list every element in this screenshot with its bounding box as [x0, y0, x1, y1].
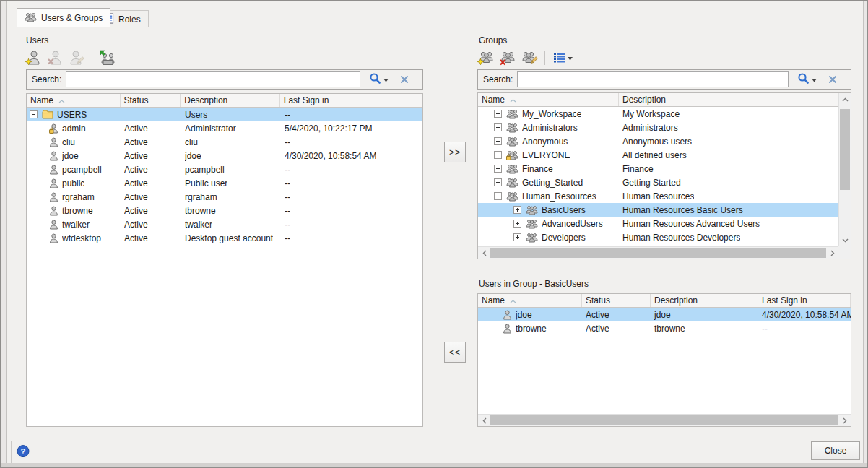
table-row[interactable]: Getting_StartedGetting Started	[478, 176, 838, 189]
table-row[interactable]: EVERYONEAll defined users	[478, 148, 838, 162]
table-row[interactable]: rgrahamActivergraham--	[27, 190, 422, 204]
edit-user-button[interactable]	[66, 49, 87, 66]
cell-text: Desktop guest account	[185, 233, 273, 243]
scroll-down-arrow[interactable]	[839, 234, 851, 246]
table-row[interactable]: BasicUsersHuman Resources Basic Users	[478, 203, 838, 217]
cell-text: Active	[124, 124, 148, 134]
import-users-button[interactable]	[97, 49, 118, 66]
add-user-button[interactable]	[22, 49, 44, 66]
column-header[interactable]: Description	[181, 94, 280, 107]
table-row[interactable]: DevelopersHuman Resources Developers	[478, 230, 838, 244]
help-button[interactable]: ?	[11, 441, 35, 464]
user-icon	[49, 220, 58, 230]
table-row[interactable]: Human_ResourcesHuman Resources	[478, 189, 838, 203]
expand-toggle[interactable]	[513, 233, 521, 241]
expand-toggle[interactable]	[494, 165, 502, 173]
groups-search-bar: Search:	[477, 69, 851, 90]
svg-text:?: ?	[20, 446, 25, 455]
groups-toolbar	[475, 49, 577, 66]
scroll-left-arrow[interactable]	[478, 247, 490, 259]
scroll-thumb[interactable]	[490, 248, 826, 258]
table-row[interactable]: tbrowneActivetbrowne--	[478, 321, 851, 335]
table-row[interactable]: tbrowneActivetbrowne--	[27, 204, 422, 217]
column-header[interactable]: Last Sign in	[280, 94, 381, 107]
cell-text: Active	[124, 206, 148, 216]
toolbar-separator	[544, 51, 545, 65]
table-row[interactable]: jdoeActivejdoe4/30/2020, 10:58:54 AM	[478, 308, 851, 321]
cell-text: jdoe	[654, 310, 671, 320]
table-row[interactable]: USERSUsers--	[27, 108, 422, 121]
user-icon	[49, 178, 58, 188]
table-row[interactable]: AdministratorsAdministrators	[478, 121, 838, 134]
cell-text: public	[62, 178, 84, 188]
expand-toggle[interactable]	[494, 124, 502, 131]
remove-from-group-button[interactable]: <<	[444, 342, 466, 363]
expand-toggle[interactable]	[513, 206, 521, 214]
group-users-horizontal-scrollbar[interactable]	[478, 414, 851, 426]
table-row[interactable]: AdvancedUsersHuman Resources Advanced Us…	[478, 217, 838, 230]
groups-search-input[interactable]	[517, 72, 789, 87]
column-header[interactable]: Description	[619, 93, 838, 106]
cell-text: BasicUsers	[542, 205, 586, 215]
column-header[interactable]: Name	[27, 94, 121, 107]
cell-text: Active	[124, 220, 148, 230]
users-search-input[interactable]	[66, 72, 360, 87]
column-header[interactable]: Last Sign in	[758, 294, 851, 307]
table-row[interactable]: adminActiveAdministrator5/4/2020, 10:22:…	[27, 121, 422, 135]
collapse-toggle[interactable]	[494, 192, 502, 200]
view-menu-caret	[568, 53, 573, 63]
table-row[interactable]: My_WorkspaceMy Workspace	[478, 107, 838, 121]
expand-toggle[interactable]	[494, 110, 502, 118]
column-header[interactable]	[381, 94, 422, 107]
groups-horizontal-scrollbar[interactable]	[478, 246, 838, 259]
expand-toggle[interactable]	[513, 220, 521, 228]
column-header[interactable]: Status	[121, 94, 181, 107]
table-row[interactable]: FinanceFinance	[478, 162, 838, 176]
cell-text: tbrowne	[185, 206, 216, 216]
view-menu-button[interactable]	[550, 49, 577, 66]
users-panel-title: Users	[26, 35, 48, 46]
scroll-right-arrow[interactable]	[826, 247, 838, 259]
search-options-caret[interactable]	[383, 74, 389, 84]
clear-search-icon[interactable]	[828, 75, 837, 84]
expand-toggle[interactable]	[494, 151, 502, 159]
scroll-thumb[interactable]	[840, 109, 850, 190]
scroll-thumb[interactable]	[490, 415, 838, 425]
scroll-right-arrow[interactable]	[838, 415, 851, 427]
table-row[interactable]: jdoeActivejdoe4/30/2020, 10:58:54 AM	[27, 149, 422, 162]
scroll-up-arrow[interactable]	[839, 93, 851, 105]
cell-text: --	[285, 137, 290, 147]
close-button[interactable]: Close	[811, 441, 860, 460]
table-row[interactable]: twalkerActivetwalker--	[27, 217, 422, 231]
table-row[interactable]: pcampbellActivepcampbell--	[27, 162, 422, 176]
search-options-caret[interactable]	[812, 74, 817, 84]
table-row[interactable]: publicActivePublic user--	[27, 176, 422, 190]
search-icon[interactable]	[369, 72, 381, 87]
cell-text: pcampbell	[62, 165, 102, 175]
column-header[interactable]: Name	[478, 93, 619, 106]
column-header[interactable]: Description	[651, 294, 758, 307]
cell-text: USERS	[57, 110, 87, 120]
column-header[interactable]: Status	[582, 294, 651, 307]
collapse-toggle[interactable]	[30, 110, 38, 118]
tab-users-and-groups[interactable]: Users & Groups	[17, 8, 110, 27]
delete-user-button[interactable]	[44, 49, 66, 66]
cell-text: Human Resources Developers	[622, 233, 740, 243]
cell-text: 4/30/2020, 10:58:54 AM	[285, 151, 376, 161]
scroll-left-arrow[interactable]	[478, 415, 490, 427]
edit-group-button[interactable]	[518, 49, 540, 66]
table-row[interactable]: cliuActivecliu--	[27, 135, 422, 149]
cell-text: 5/4/2020, 10:22:17 PM	[285, 124, 372, 134]
add-to-group-button[interactable]: >>	[444, 142, 466, 162]
expand-toggle[interactable]	[494, 178, 502, 186]
clear-search-icon[interactable]	[400, 75, 409, 84]
cell-text: cliu	[62, 137, 75, 147]
groups-vertical-scrollbar[interactable]	[838, 93, 851, 246]
expand-toggle[interactable]	[494, 137, 502, 145]
search-icon[interactable]	[797, 72, 810, 87]
column-header[interactable]: Name	[478, 294, 582, 307]
add-group-button[interactable]	[475, 49, 497, 66]
table-row[interactable]: wfdesktopActiveDesktop guest account--	[27, 231, 422, 245]
delete-group-button[interactable]	[497, 49, 518, 66]
table-row[interactable]: AnonymousAnonymous users	[478, 134, 838, 148]
